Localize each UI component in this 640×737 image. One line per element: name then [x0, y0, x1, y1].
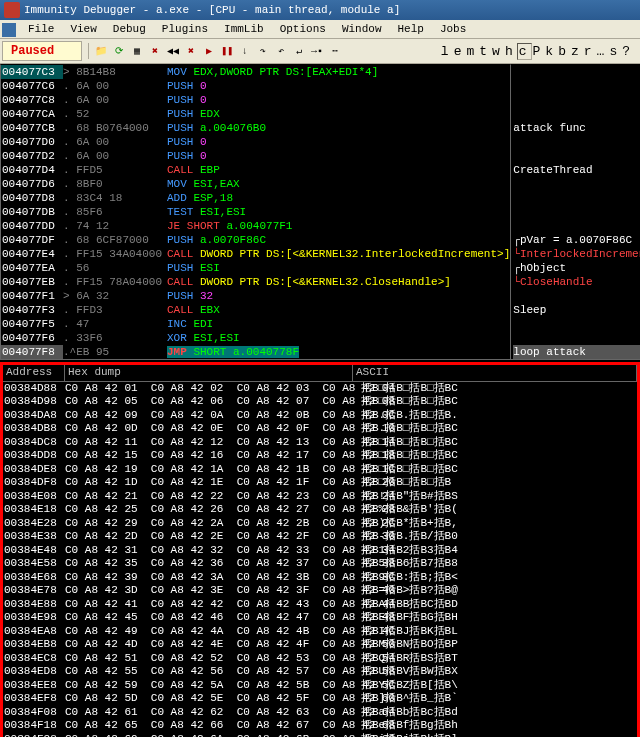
dump-row[interactable]: 00384D98C0 A8 42 05 C0 A8 42 06 C0 A8 42…: [3, 395, 637, 409]
disasm-row[interactable]: 004077D4. FFD5CALL EBP: [1, 163, 510, 177]
toolbar-letter-k[interactable]: k: [544, 44, 557, 59]
other-icon[interactable]: ⋯: [327, 43, 343, 59]
disasm-row[interactable]: 004077DF. 68 6CF87000PUSH a.0070F86C: [1, 233, 510, 247]
toolbar-letter-m[interactable]: m: [465, 44, 478, 59]
step-out-icon[interactable]: ↶: [273, 43, 289, 59]
disasm-row[interactable]: 004077C6. 6A 00PUSH 0: [1, 79, 510, 93]
toolbar-letter-h[interactable]: h: [504, 44, 517, 59]
refresh-icon[interactable]: ⟳: [111, 43, 127, 59]
disasm-row[interactable]: 004077EB. FF15 78A04000CALL DWORD PTR DS…: [1, 275, 510, 289]
window-icon[interactable]: [2, 23, 16, 37]
dump-row[interactable]: 00384ED8C0 A8 42 55 C0 A8 42 56 C0 A8 42…: [3, 665, 637, 679]
disasm-row[interactable]: 004077F3. FFD3CALL EBX: [1, 303, 510, 317]
dump-header: Address Hex dump ASCII: [3, 365, 637, 382]
toolbar-letter-e[interactable]: e: [453, 44, 466, 59]
comment-row: [513, 149, 640, 163]
play-icon[interactable]: ▶: [201, 43, 217, 59]
toolbar-letter-r[interactable]: r: [583, 44, 596, 59]
comments-pane[interactable]: attack func CreateThread ┌pVar = a.0070F…: [511, 64, 640, 360]
menu-help[interactable]: Help: [389, 21, 431, 37]
menu-jobs[interactable]: Jobs: [432, 21, 474, 37]
dump-row[interactable]: 00384E68C0 A8 42 39 C0 A8 42 3A C0 A8 42…: [3, 571, 637, 585]
debug-status: Paused: [2, 41, 82, 61]
open-icon[interactable]: 📁: [93, 43, 109, 59]
toolbar-letter-c[interactable]: c: [517, 43, 532, 60]
toolbar-letter-z[interactable]: z: [570, 44, 583, 59]
stop-icon[interactable]: ✖: [183, 43, 199, 59]
dump-row[interactable]: 00384EA8C0 A8 42 49 C0 A8 42 4A C0 A8 42…: [3, 625, 637, 639]
grid-icon[interactable]: ▦: [129, 43, 145, 59]
pause-icon[interactable]: ❚❚: [219, 43, 235, 59]
disasm-row[interactable]: 004077CA. 52PUSH EDX: [1, 107, 510, 121]
app-icon: [4, 2, 20, 18]
dump-row[interactable]: 00384D88C0 A8 42 01 C0 A8 42 02 C0 A8 42…: [3, 382, 637, 396]
dump-row[interactable]: 00384EB8C0 A8 42 4D C0 A8 42 4E C0 A8 42…: [3, 638, 637, 652]
disasm-row[interactable]: 004077D2. 6A 00PUSH 0: [1, 149, 510, 163]
disasm-row[interactable]: 004077F6. 33F6XOR ESI,ESI: [1, 331, 510, 345]
comment-row: Sleep: [513, 303, 640, 317]
dump-row[interactable]: 00384E58C0 A8 42 35 C0 A8 42 36 C0 A8 42…: [3, 557, 637, 571]
disasm-row[interactable]: 004077D0. 6A 00PUSH 0: [1, 135, 510, 149]
dump-row[interactable]: 00384E48C0 A8 42 31 C0 A8 42 32 C0 A8 42…: [3, 544, 637, 558]
dump-row[interactable]: 00384E08C0 A8 42 21 C0 A8 42 22 C0 A8 42…: [3, 490, 637, 504]
menu-immlib[interactable]: ImmLib: [216, 21, 272, 37]
menu-file[interactable]: File: [20, 21, 62, 37]
toolbar-letter-s[interactable]: s: [608, 44, 621, 59]
dump-row[interactable]: 00384F18C0 A8 42 65 C0 A8 42 66 C0 A8 42…: [3, 719, 637, 733]
dump-header-hex: Hex dump: [65, 365, 353, 381]
dump-row[interactable]: 00384F28C0 A8 42 69 C0 A8 42 6A C0 A8 42…: [3, 733, 637, 738]
dump-row[interactable]: 00384EC8C0 A8 42 51 C0 A8 42 52 C0 A8 42…: [3, 652, 637, 666]
disasm-row[interactable]: 004077D8. 83C4 18ADD ESP,18: [1, 191, 510, 205]
dump-row[interactable]: 00384E88C0 A8 42 41 C0 A8 42 42 C0 A8 42…: [3, 598, 637, 612]
dump-row[interactable]: 00384E38C0 A8 42 2D C0 A8 42 2E C0 A8 42…: [3, 530, 637, 544]
menu-window[interactable]: Window: [334, 21, 390, 37]
toolbar-letter-w[interactable]: w: [491, 44, 504, 59]
dump-row[interactable]: 00384DD8C0 A8 42 15 C0 A8 42 16 C0 A8 42…: [3, 449, 637, 463]
comment-row: └InterlockedIncrement: [513, 247, 640, 261]
menu-plugins[interactable]: Plugins: [154, 21, 216, 37]
disasm-row[interactable]: 004077F8.^EB 95JMP SHORT a.0040778F: [1, 345, 510, 359]
toolbar-letter-t[interactable]: t: [478, 44, 491, 59]
disasm-row[interactable]: 004077EA. 56PUSH ESI: [1, 261, 510, 275]
toolbar-letter-b[interactable]: b: [557, 44, 570, 59]
toolbar-letter-…[interactable]: …: [596, 44, 609, 59]
dump-row[interactable]: 00384DB8C0 A8 42 0D C0 A8 42 0E C0 A8 42…: [3, 422, 637, 436]
return-icon[interactable]: ↵: [291, 43, 307, 59]
disasm-row[interactable]: 004077DB. 85F6TEST ESI,ESI: [1, 205, 510, 219]
close-icon[interactable]: ✖: [147, 43, 163, 59]
dump-row[interactable]: 00384DE8C0 A8 42 19 C0 A8 42 1A C0 A8 42…: [3, 463, 637, 477]
menu-options[interactable]: Options: [272, 21, 334, 37]
dump-row[interactable]: 00384DF8C0 A8 42 1D C0 A8 42 1E C0 A8 42…: [3, 476, 637, 490]
disassembly-pane[interactable]: 004077C3> 8B14B8MOV EDX,DWORD PTR DS:[EA…: [0, 64, 511, 360]
menu-view[interactable]: View: [62, 21, 104, 37]
dump-row[interactable]: 00384E78C0 A8 42 3D C0 A8 42 3E C0 A8 42…: [3, 584, 637, 598]
disasm-row[interactable]: 004077F5. 47INC EDI: [1, 317, 510, 331]
dump-row[interactable]: 00384F08C0 A8 42 61 C0 A8 42 62 C0 A8 42…: [3, 706, 637, 720]
disasm-row[interactable]: 004077E4. FF15 34A04000CALL DWORD PTR DS…: [1, 247, 510, 261]
dump-row[interactable]: 00384E18C0 A8 42 25 C0 A8 42 26 C0 A8 42…: [3, 503, 637, 517]
toolbar-letter-l[interactable]: l: [440, 44, 453, 59]
disasm-row[interactable]: 004077C3> 8B14B8MOV EDX,DWORD PTR DS:[EA…: [1, 65, 510, 79]
disasm-row[interactable]: 004077CB. 68 B0764000PUSH a.004076B0: [1, 121, 510, 135]
disasm-row[interactable]: 004077DD. 74 12JE SHORT a.004077F1: [1, 219, 510, 233]
disasm-row[interactable]: 004077C8. 6A 00PUSH 0: [1, 93, 510, 107]
dump-row[interactable]: 00384DC8C0 A8 42 11 C0 A8 42 12 C0 A8 42…: [3, 436, 637, 450]
menu-debug[interactable]: Debug: [105, 21, 154, 37]
dump-row[interactable]: 00384E28C0 A8 42 29 C0 A8 42 2A C0 A8 42…: [3, 517, 637, 531]
toolbar-letter-?[interactable]: ?: [621, 44, 634, 59]
dump-row[interactable]: 00384DA8C0 A8 42 09 C0 A8 42 0A C0 A8 42…: [3, 409, 637, 423]
step-icon[interactable]: ↓: [237, 43, 253, 59]
toolbar-letter-P[interactable]: P: [532, 44, 545, 59]
dump-header-ascii: ASCII: [353, 365, 637, 381]
dump-row[interactable]: 00384EE8C0 A8 42 59 C0 A8 42 5A C0 A8 42…: [3, 679, 637, 693]
rewind-icon[interactable]: ◀◀: [165, 43, 181, 59]
comment-row: [513, 93, 640, 107]
dump-row[interactable]: 00384EF8C0 A8 42 5D C0 A8 42 5E C0 A8 42…: [3, 692, 637, 706]
hex-dump-pane[interactable]: Address Hex dump ASCII 00384D88C0 A8 42 …: [0, 362, 640, 737]
disasm-row[interactable]: 004077F1> 6A 32PUSH 32: [1, 289, 510, 303]
dump-row[interactable]: 00384E98C0 A8 42 45 C0 A8 42 46 C0 A8 42…: [3, 611, 637, 625]
goto-icon[interactable]: →▪: [309, 43, 325, 59]
disasm-row[interactable]: 004077D6. 8BF0MOV ESI,EAX: [1, 177, 510, 191]
toolbar: Paused 📁 ⟳ ▦ ✖ ◀◀ ✖ ▶ ❚❚ ↓ ↷ ↶ ↵ →▪ ⋯ le…: [0, 39, 640, 64]
step-over-icon[interactable]: ↷: [255, 43, 271, 59]
